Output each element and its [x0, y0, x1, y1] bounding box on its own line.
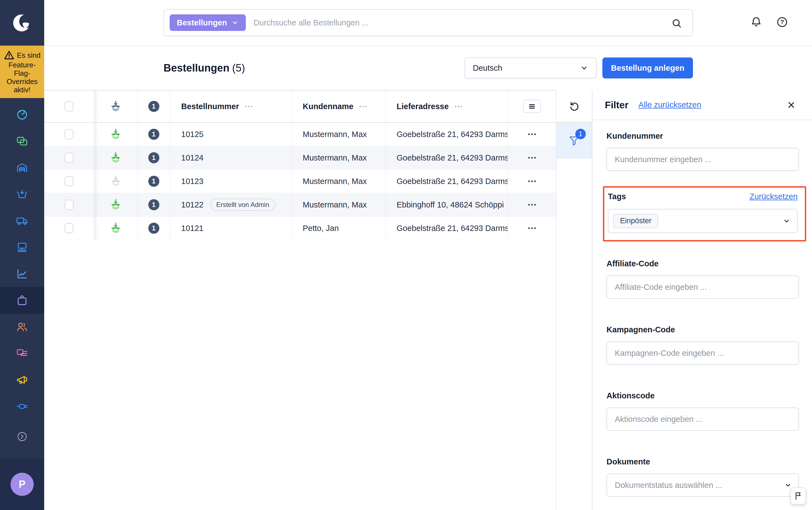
- pos-icon: €: [16, 241, 28, 254]
- tags-select[interactable]: Einpöster: [608, 209, 798, 233]
- feature-flag-button[interactable]: [790, 487, 806, 505]
- table-row[interactable]: 110123Mustermann, MaxGoebelstraße 21, 64…: [44, 170, 556, 193]
- header-customer[interactable]: Kundenname: [291, 91, 385, 122]
- reset-columns-icon[interactable]: [569, 101, 580, 112]
- selected-tag-chip[interactable]: Einpöster: [613, 214, 658, 228]
- column-menu-icon[interactable]: [245, 106, 252, 107]
- row-checkbox[interactable]: [65, 153, 74, 163]
- page-title-text: Bestellungen: [164, 62, 230, 74]
- row-checkbox[interactable]: [65, 223, 74, 233]
- customer-name: Mustermann, Max: [303, 200, 367, 209]
- sidebar-item-extensions[interactable]: [0, 393, 44, 420]
- help-icon[interactable]: ?: [776, 16, 788, 29]
- search-entity-badge[interactable]: Bestellungen: [170, 15, 246, 31]
- sidebar-item-analytics[interactable]: [0, 260, 44, 287]
- select-all-checkbox[interactable]: [65, 102, 74, 111]
- tags-reset-link[interactable]: Zurücksetzen: [750, 192, 798, 201]
- order-number[interactable]: 10125: [181, 130, 204, 139]
- sidebar-item-dashboard[interactable]: [0, 102, 44, 128]
- analytics-icon: [16, 267, 28, 280]
- row-address-cell: Goebelstraße 21, 64293 Darms: [385, 146, 508, 169]
- search-icon[interactable]: [671, 18, 683, 29]
- catalogues-icon: [16, 135, 28, 147]
- order-number[interactable]: 10123: [181, 177, 204, 186]
- row-context-menu-icon[interactable]: [528, 157, 536, 159]
- row-customer-cell: Mustermann, Max: [291, 146, 385, 169]
- package-status-icon: [110, 100, 122, 112]
- row-checkbox[interactable]: [65, 200, 74, 210]
- avatar[interactable]: P: [10, 473, 34, 496]
- row-quantity-cell: 1: [137, 123, 170, 146]
- dashboard-icon: [16, 108, 28, 121]
- row-quantity-cell: 1: [137, 217, 170, 240]
- row-select-cell: [44, 170, 94, 193]
- table-header-row: 1 Bestellnummer Kundenname Lieferadresse: [44, 90, 556, 123]
- package-status-icon: [110, 199, 122, 211]
- global-search[interactable]: Bestellungen Durchsuche alle Bestellunge…: [164, 9, 693, 36]
- filter-toggle-button[interactable]: 1: [556, 123, 592, 159]
- table-settings-button[interactable]: [523, 100, 541, 113]
- order-number[interactable]: 10122: [181, 200, 204, 209]
- row-quantity-cell: 1: [137, 170, 170, 193]
- sidebar-item-content[interactable]: [0, 340, 44, 367]
- documents-select[interactable]: Dokumentstatus auswählen ...: [607, 474, 799, 497]
- affiliate-input[interactable]: Affiliate-Code eingeben ...: [607, 276, 799, 299]
- created-by-admin-badge: Erstellt von Admin: [210, 199, 276, 211]
- customer-number-input[interactable]: Kundenummer eingeben ...: [607, 148, 799, 171]
- sidebar-expand-button[interactable]: [0, 427, 44, 446]
- customer-name: Mustermann, Max: [303, 130, 367, 139]
- table-row[interactable]: 110125Mustermann, MaxGoebelstraße 21, 64…: [44, 123, 556, 146]
- sidebar-item-catalogues[interactable]: [0, 128, 44, 154]
- sidebar-user-section: P: [0, 459, 44, 510]
- shopware-logo[interactable]: [0, 0, 44, 46]
- promotion-label: Aktionscode: [607, 391, 799, 400]
- row-order-number-cell: 10125: [170, 123, 291, 146]
- row-context-menu-icon[interactable]: [528, 134, 536, 135]
- filter-section-promotion: Aktionscode Aktionscode eingeben ...: [607, 391, 799, 431]
- page-header-controls: Deutsch Bestellung anlegen: [465, 57, 693, 79]
- table-row[interactable]: 110121Petto, JanGoebelstraße 21, 64293 D…: [44, 217, 556, 240]
- create-order-button[interactable]: Bestellung anlegen: [602, 57, 693, 79]
- column-menu-icon[interactable]: [359, 106, 367, 107]
- row-checkbox[interactable]: [65, 129, 74, 139]
- reset-all-filters-link[interactable]: Alle zurücksetzen: [639, 100, 701, 109]
- sidebar-item-shipping[interactable]: [0, 207, 44, 234]
- sidebar-item-customers[interactable]: [0, 314, 44, 340]
- sidebar-item-pos[interactable]: €: [0, 234, 44, 260]
- row-context-menu-icon[interactable]: [528, 204, 536, 205]
- row-package-cell: [94, 123, 137, 146]
- marketing-icon: [16, 373, 28, 386]
- row-select-cell: [44, 146, 94, 169]
- table-row[interactable]: 110124Mustermann, MaxGoebelstraße 21, 64…: [44, 146, 556, 170]
- row-order-number-cell: 10121: [170, 217, 291, 240]
- notifications-bell-icon[interactable]: [750, 16, 762, 29]
- sidebar-item-orders[interactable]: [0, 287, 44, 314]
- row-context-menu-icon[interactable]: [528, 227, 536, 229]
- sidebar-item-goods-receipt[interactable]: [0, 181, 44, 207]
- quantity-badge: 1: [148, 152, 160, 163]
- warning-text-intro: Es sind: [17, 51, 40, 59]
- sidebar-item-warehouse[interactable]: [0, 154, 44, 181]
- header-settings-cell: [508, 91, 556, 122]
- row-checkbox[interactable]: [65, 176, 74, 186]
- header-customer-label: Kundenname: [303, 102, 353, 111]
- row-context-menu-icon[interactable]: [528, 180, 536, 182]
- header-order-number[interactable]: Bestellnummer: [170, 91, 291, 122]
- column-menu-icon[interactable]: [455, 106, 462, 107]
- shopware-logo-icon: [10, 11, 34, 34]
- documents-label: Dokumente: [607, 457, 799, 466]
- order-number[interactable]: 10124: [181, 153, 204, 163]
- close-filter-icon[interactable]: [787, 100, 796, 110]
- table-row[interactable]: 110122Erstellt von AdminMustermann, MaxE…: [44, 193, 556, 217]
- header-address[interactable]: Lieferadresse: [385, 91, 508, 122]
- customer-name: Mustermann, Max: [303, 177, 367, 186]
- campaign-input[interactable]: Kampagnen-Code eingeben ...: [607, 341, 799, 365]
- promotion-input[interactable]: Aktionscode eingeben ...: [607, 407, 799, 431]
- sidebar-item-marketing[interactable]: [0, 367, 44, 393]
- row-quantity-cell: 1: [137, 193, 170, 216]
- language-select[interactable]: Deutsch: [465, 57, 597, 79]
- package-status-icon: [110, 152, 122, 164]
- order-number[interactable]: 10121: [181, 224, 204, 233]
- filter-section-tags: Tags Zurücksetzen: [608, 192, 798, 201]
- header-order-number-label: Bestellnummer: [181, 102, 239, 111]
